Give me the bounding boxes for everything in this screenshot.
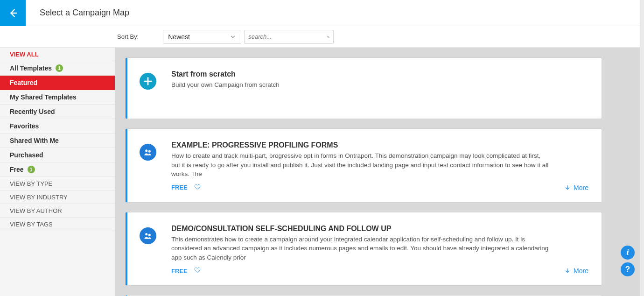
sidebar-item-label: My Shared Templates (10, 93, 77, 101)
sidebar-item-label: Featured (10, 79, 37, 86)
heart-icon (194, 183, 201, 190)
template-card-scratch[interactable]: Start from scratch Build your own Campai… (126, 58, 602, 119)
sidebar-section-tags[interactable]: VIEW BY TAGS (0, 218, 115, 231)
favorite-button[interactable] (194, 267, 201, 275)
badge: 1 (28, 166, 35, 173)
content-area: Start from scratch Build your own Campai… (115, 48, 644, 296)
chevron-down-icon (230, 34, 236, 40)
info-button[interactable]: i (621, 246, 635, 260)
sidebar-item-free[interactable]: Free 1 (0, 162, 115, 177)
help-icon: ? (625, 265, 630, 274)
page-title: Select a Campaign Map (40, 8, 129, 18)
card-title: EXAMPLE: PROGRESSIVE PROFILING FORMS (171, 141, 588, 149)
card-title: DEMO/CONSULTATION SELF-SCHEDULING AND FO… (171, 225, 588, 233)
plus-circle-icon (140, 73, 156, 90)
sidebar-item-favorites[interactable]: Favorites (0, 119, 115, 134)
heart-icon (194, 267, 201, 273)
arrow-down-icon (564, 184, 571, 191)
card-description: How to create and track multi-part, prog… (171, 151, 549, 179)
search-icon[interactable] (327, 33, 329, 41)
sidebar: VIEW ALL All Templates 1 Featured My Sha… (0, 48, 115, 296)
sidebar-item-recently-used[interactable]: Recently Used (0, 105, 115, 119)
sidebar-item-all-templates[interactable]: All Templates 1 (0, 61, 115, 76)
sidebar-item-purchased[interactable]: Purchased (0, 148, 115, 162)
sidebar-item-my-shared-templates[interactable]: My Shared Templates (0, 90, 115, 105)
more-label: More (574, 184, 588, 191)
card-title: Start from scratch (171, 70, 588, 78)
badge: 1 (56, 64, 63, 72)
sidebar-item-label: Favorites (10, 122, 39, 130)
sidebar-item-label: Shared With Me (10, 137, 59, 144)
sidebar-section-industry[interactable]: VIEW BY INDUSTRY (0, 190, 115, 204)
info-icon: i (627, 248, 629, 257)
more-link[interactable]: More (564, 267, 588, 275)
people-icon (140, 227, 156, 244)
sidebar-item-label: Recently Used (10, 108, 55, 115)
sidebar-item-featured[interactable]: Featured (0, 76, 115, 90)
favorite-button[interactable] (194, 183, 201, 192)
card-description: This demonstrates how to create a campai… (171, 235, 549, 262)
sort-value: Newest (168, 33, 190, 41)
free-tag: FREE (171, 184, 188, 191)
svg-point-6 (148, 150, 151, 153)
more-link[interactable]: More (564, 184, 588, 191)
help-button[interactable]: ? (621, 262, 635, 276)
svg-point-8 (148, 234, 151, 236)
svg-point-5 (145, 149, 147, 152)
sidebar-item-shared-with-me[interactable]: Shared With Me (0, 134, 115, 148)
sidebar-item-label: Free (10, 166, 24, 173)
free-tag: FREE (171, 268, 188, 275)
arrow-left-icon (8, 8, 18, 18)
sidebar-item-label: Purchased (10, 151, 43, 159)
sort-by-label: Sort By: (117, 33, 139, 40)
more-label: More (574, 267, 588, 275)
back-button[interactable] (0, 0, 26, 26)
sidebar-item-label: All Templates (10, 64, 52, 72)
card-description: Build your own Campaign from scratch (171, 80, 549, 90)
svg-line-2 (329, 37, 329, 37)
arrow-down-icon (564, 268, 571, 274)
people-icon (140, 144, 156, 161)
sidebar-section-author[interactable]: VIEW BY AUTHOR (0, 204, 115, 218)
svg-point-7 (145, 233, 147, 235)
template-card-demo-consultation[interactable]: DEMO/CONSULTATION SELF-SCHEDULING AND FO… (126, 212, 602, 286)
scrollbar-gutter (640, 0, 644, 296)
template-card-progressive-profiling[interactable]: EXAMPLE: PROGRESSIVE PROFILING FORMS How… (126, 129, 602, 202)
search-input[interactable] (248, 33, 327, 40)
sidebar-section-type[interactable]: VIEW BY TYPE (0, 177, 115, 190)
sidebar-view-all[interactable]: VIEW ALL (0, 48, 115, 61)
search-field-wrap[interactable] (244, 30, 334, 44)
sort-select[interactable]: Newest (163, 30, 241, 44)
